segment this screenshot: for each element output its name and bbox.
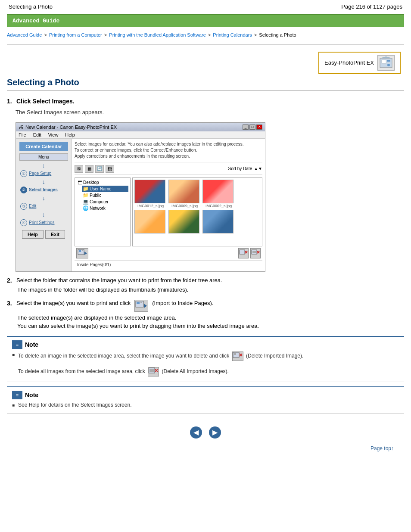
delete-buttons <box>238 248 261 258</box>
note-2-item-1: ■ See Help for details on the Select Ima… <box>12 402 399 408</box>
import-to-inside-pages-icon <box>134 300 148 312</box>
delete-single-button[interactable] <box>238 248 249 258</box>
menu-help[interactable]: Help <box>65 132 75 137</box>
breadcrumb-link-1[interactable]: Advanced Guide <box>7 32 42 37</box>
sort-label: Sort by Date <box>228 166 252 171</box>
step-arrow-2: ↓ <box>19 178 68 185</box>
folder-desktop[interactable]: 🗔 Desktop <box>77 180 128 186</box>
step-label-1: Page Setup <box>29 171 51 176</box>
photo-thumb-2[interactable]: IMG0009_s.jpg <box>168 180 201 208</box>
app-sidebar-menu-btn[interactable]: Menu <box>19 153 68 161</box>
page-header-pagination: Page 216 of 1127 pages <box>341 3 402 10</box>
note-2-header: ≡ Note <box>12 391 399 399</box>
screenshot-menubar: File Edit View Help <box>16 131 265 139</box>
folder-username[interactable]: 📁 User Name <box>82 186 128 192</box>
svg-rect-7 <box>82 250 83 251</box>
folder-public[interactable]: 📁 Public <box>82 192 128 199</box>
toolbar-icon-2[interactable]: ▦ <box>85 165 93 173</box>
sidebar-step-page-setup[interactable]: ① Page Setup <box>19 169 68 178</box>
note-1-header: ≡ Note <box>12 340 399 349</box>
note-1-title: Note <box>25 341 38 348</box>
folder-label-desktop: Desktop <box>83 180 99 185</box>
minimize-button[interactable]: _ <box>243 124 249 130</box>
photo-thumb-4[interactable] <box>134 210 167 234</box>
step-label-3: Edit <box>29 204 36 208</box>
step-1-heading: Click Select Images. <box>16 98 75 105</box>
page-top-link[interactable]: Page top↑ <box>371 445 394 451</box>
photo-label-2: IMG0009_s.jpg <box>168 204 201 208</box>
folder-computer[interactable]: 💻 Computer <box>82 199 128 205</box>
note-1-text-before: To delete an image in the selected image… <box>18 353 229 359</box>
photo-label-3: IMG0002_s.jpg <box>202 204 235 208</box>
folder-network[interactable]: 🌐 Network <box>82 205 128 212</box>
svg-rect-9 <box>240 250 245 254</box>
folder-icon-desktop: 🗔 <box>78 180 82 185</box>
folder-tree[interactable]: 🗔 Desktop 📁 User Name 📁 Public 💻 <box>75 177 131 246</box>
note-2-icon: ≡ <box>12 391 22 399</box>
toolbar-icon-1[interactable]: ⊠ <box>75 165 83 173</box>
window-controls: _ □ ✕ <box>243 124 262 130</box>
screenshot-container: 🖨 New Calendar - Canon Easy-PhotoPrint E… <box>16 122 265 272</box>
app-bottom-toolbar <box>75 246 262 260</box>
breadcrumb-sep-3: > <box>208 32 212 37</box>
next-page-button[interactable]: ▶ <box>209 426 221 439</box>
folder-icon-public: 📁 <box>83 193 89 198</box>
toolbar-icon-4[interactable]: 🖼 <box>106 165 114 173</box>
close-button[interactable]: ✕ <box>256 124 262 130</box>
step-label-4: Print Settings <box>29 220 54 225</box>
help-button[interactable]: Help <box>22 230 44 239</box>
menu-edit[interactable]: Edit <box>33 132 41 137</box>
app-logo-area: Easy-PhotoPrint EX <box>0 48 411 78</box>
step-2-desc: The images in the folder will be display… <box>17 286 404 293</box>
restore-button[interactable]: □ <box>249 124 255 130</box>
svg-rect-18 <box>140 302 142 303</box>
photo-img-3 <box>202 180 234 203</box>
app-instruction: Select images for calendar. You can also… <box>75 141 262 162</box>
app-content-area: 🗔 Desktop 📁 User Name 📁 Public 💻 <box>75 177 262 246</box>
note-1-item-1: ■ To delete an image in the selected ima… <box>12 352 399 376</box>
app-titlebar-icon: 🖨 <box>19 124 24 130</box>
delete-all-imported-icon <box>148 367 159 376</box>
sidebar-step-edit[interactable]: ③ Edit <box>19 202 68 211</box>
breadcrumb-link-4[interactable]: Printing Calendars <box>213 32 252 37</box>
step-3: 3. Select the image(s) you want to print… <box>7 300 404 329</box>
folder-label-public: Public <box>90 193 101 198</box>
prev-page-button[interactable]: ◀ <box>190 426 202 439</box>
step-3-desc2: You can also select the image(s) you wan… <box>17 323 404 329</box>
folder-label-computer: Computer <box>90 199 109 204</box>
note-2-title: Note <box>25 392 38 398</box>
folder-label-username: User Name <box>90 187 112 191</box>
import-button[interactable] <box>76 248 88 258</box>
breadcrumb-link-3[interactable]: Printing with the Bundled Application So… <box>109 32 206 37</box>
app-logo-box: Easy-PhotoPrint EX <box>318 52 401 74</box>
exit-button[interactable]: Exit <box>45 230 65 239</box>
sort-arrow[interactable]: ▲▼ <box>254 166 262 171</box>
step-arrow-1: ↓ <box>19 162 68 169</box>
step-num-3: ③ <box>20 203 27 210</box>
menu-file[interactable]: File <box>19 132 26 137</box>
photos-row-2 <box>134 210 260 234</box>
sidebar-step-print-settings[interactable]: ④ Print Settings <box>19 218 68 227</box>
delete-all-button[interactable] <box>250 248 261 258</box>
breadcrumb-sep-4: > <box>254 32 258 37</box>
menu-view[interactable]: View <box>48 132 59 137</box>
step-1-heading-row: 1. Click Select Images. <box>7 98 404 106</box>
main-content: Selecting a Photo 1. Click Select Images… <box>0 78 411 454</box>
photo-label-1: IMG0012_s.jpg <box>134 204 167 208</box>
breadcrumb-link-2[interactable]: Printing from a Computer <box>49 32 102 37</box>
banner-label: Advanced Guide <box>12 18 59 24</box>
photo-thumb-5[interactable] <box>168 210 201 234</box>
screenshot-titlebar: 🖨 New Calendar - Canon Easy-PhotoPrint E… <box>16 123 265 131</box>
step-2-heading-row: 2. Select the folder that contains the i… <box>7 277 404 284</box>
svg-point-4 <box>387 64 390 66</box>
step-3-number: 3. <box>7 300 14 307</box>
note-box-2: ≡ Note ■ See Help for details on the Sel… <box>7 386 404 414</box>
photo-thumb-1[interactable]: IMG0012_s.jpg <box>134 180 167 208</box>
toolbar-icon-3[interactable]: 🔄 <box>95 165 104 173</box>
photo-thumb-6[interactable] <box>202 210 235 234</box>
photo-img-5 <box>168 210 199 233</box>
photo-thumb-3[interactable]: IMG0002_s.jpg <box>202 180 235 208</box>
step-num-2: ② <box>20 187 27 193</box>
sidebar-step-select-images[interactable]: ② Select Images <box>19 185 68 195</box>
screenshot-body: Create Calendar Menu ↓ ① Page Setup ↓ ② … <box>16 139 265 271</box>
